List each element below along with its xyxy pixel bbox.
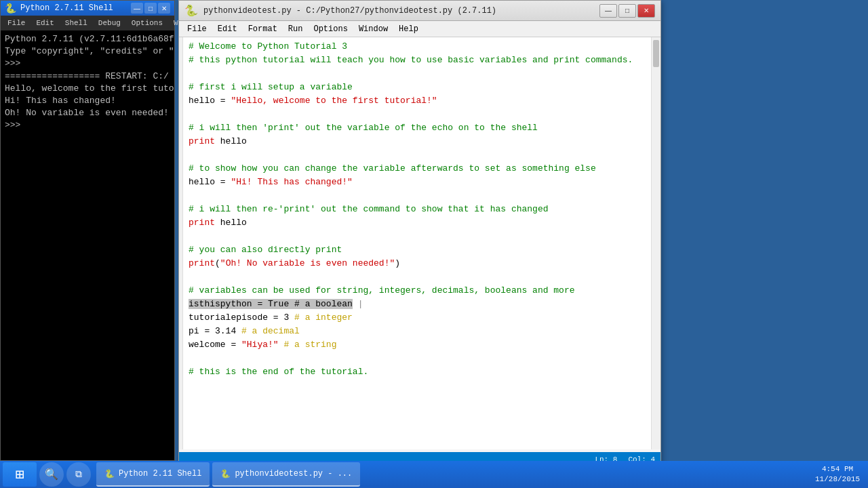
editor-menu-options[interactable]: Options xyxy=(308,23,353,35)
shell-menu-shell[interactable]: Shell xyxy=(61,18,92,28)
code-line-4: # first i will setup a variable xyxy=(189,81,646,94)
code-line-18 xyxy=(189,270,646,284)
code-line-2: # this python tutorial will teach you ho… xyxy=(189,54,646,67)
taskbar: ⊞ 🔍 ⧉ 🐍 Python 2.11 Shell 🐍 pythonvideot… xyxy=(0,461,868,488)
code-line-20: isthispython = True # a boolean | xyxy=(189,298,646,311)
shell-window: 🐍 Python 2.7.11 Shell — □ ✕ File Edit Sh… xyxy=(0,0,175,461)
editor-window-controls: — □ ✕ xyxy=(599,4,655,18)
code-line-24 xyxy=(189,352,646,365)
code-line-8: print hello xyxy=(189,135,646,148)
taskbar-editor-icon: 🐍 xyxy=(220,469,231,479)
clock-time: 4:54 PM xyxy=(815,464,860,474)
editor-icon: 🐍 xyxy=(184,4,198,18)
shell-window-controls: — □ ✕ xyxy=(131,3,170,14)
editor-scrollbar-thumb[interactable] xyxy=(653,40,659,67)
editor-minimize-button[interactable]: — xyxy=(599,4,617,18)
shell-output-line: Python 2.7.11 (v2.7.11:6d1b6a68f775, Dec… xyxy=(5,34,174,44)
editor-menu-window[interactable]: Window xyxy=(353,23,393,35)
shell-output: Hello, welcome to the first tuto xyxy=(5,83,174,94)
editor-menu-run[interactable]: Run xyxy=(283,23,309,35)
shell-icon: 🐍 xyxy=(5,3,16,14)
code-line-25: # this is the end of the tutorial. xyxy=(189,365,646,379)
taskbar-editor-item[interactable]: 🐍 pythonvideotest.py - ... xyxy=(212,462,360,487)
code-line-7: # i will then 'print' out the variable o… xyxy=(189,121,646,135)
code-line-14: print hello xyxy=(189,216,646,230)
shell-titlebar: 🐍 Python 2.7.11 Shell — □ ✕ xyxy=(1,1,174,16)
shell-menubar: File Edit Shell Debug Options Window xyxy=(1,16,174,30)
editor-menu-help[interactable]: Help xyxy=(393,23,424,35)
code-line-5: hello = "Hello, welcome to the first tut… xyxy=(189,94,646,108)
shell-minimize-button[interactable]: — xyxy=(131,3,143,14)
clock-date: 11/28/2015 xyxy=(815,474,860,485)
shell-prompt: >>> xyxy=(5,58,26,68)
shell-menu-file[interactable]: File xyxy=(3,18,29,28)
start-button[interactable]: ⊞ xyxy=(3,462,37,487)
shell-output: Oh! No variable is even needed! xyxy=(5,108,169,118)
editor-menu-edit[interactable]: Edit xyxy=(212,23,243,35)
code-line-10: # to show how you can change the variabl… xyxy=(189,162,646,176)
shell-prompt: >>> xyxy=(5,120,26,130)
code-line-12 xyxy=(189,189,646,203)
editor-menu-format[interactable]: Format xyxy=(243,23,283,35)
code-line-19: # variables can be used for string, inte… xyxy=(189,284,646,298)
code-line-23: welcome = "Hiya!" # a string xyxy=(189,338,646,352)
editor-title: pythonvideotest.py - C:/Python27/pythonv… xyxy=(203,6,594,16)
editor-menubar: File Edit Format Run Options Window Help xyxy=(179,21,660,37)
editor-titlebar: 🐍 pythonvideotest.py - C:/Python27/pytho… xyxy=(179,1,660,21)
shell-restart: ================== RESTART: C:/ xyxy=(5,71,169,81)
shell-menu-edit[interactable]: Edit xyxy=(32,18,58,28)
shell-output-line: Type "copyright", "credits" or "license(… xyxy=(5,46,174,56)
code-line-17: print("Oh! No variable is even needed!") xyxy=(189,257,646,270)
code-line-11: hello = "Hi! This has changed!" xyxy=(189,176,646,189)
shell-title: Python 2.7.11 Shell xyxy=(20,3,127,13)
shell-content[interactable]: Python 2.7.11 (v2.7.11:6d1b6a68f775, Dec… xyxy=(1,30,174,460)
shell-output: Hi! This has changed! xyxy=(5,96,116,106)
editor-maximize-button[interactable]: □ xyxy=(618,4,636,18)
editor-menu-file[interactable]: File xyxy=(182,23,212,35)
editor-window: 🐍 pythonvideotest.py - C:/Python27/pytho… xyxy=(178,0,661,468)
taskbar-shell-icon: 🐍 xyxy=(104,469,115,479)
code-line-6 xyxy=(189,108,646,121)
taskbar-right: 4:54 PM 11/28/2015 xyxy=(815,464,865,485)
code-line-3 xyxy=(189,67,646,81)
search-button[interactable]: 🔍 xyxy=(39,462,64,487)
code-line-22: pi = 3.14 # a decimal xyxy=(189,325,646,338)
code-line-9 xyxy=(189,148,646,162)
taskbar-clock: 4:54 PM 11/28/2015 xyxy=(815,464,860,485)
code-line-15 xyxy=(189,230,646,243)
taskbar-shell-item[interactable]: 🐍 Python 2.11 Shell xyxy=(96,462,210,487)
code-line-16: # you can also directly print xyxy=(189,243,646,257)
shell-menu-options[interactable]: Options xyxy=(127,18,167,28)
editor-code-area[interactable]: # Welcome to Python Tutorial 3 # this py… xyxy=(183,37,651,449)
taskview-button[interactable]: ⧉ xyxy=(66,462,91,487)
shell-close-button[interactable]: ✕ xyxy=(158,3,170,14)
editor-body: # Welcome to Python Tutorial 3 # this py… xyxy=(179,37,660,449)
taskbar-shell-label: Python 2.11 Shell xyxy=(119,469,201,479)
editor-close-button[interactable]: ✕ xyxy=(637,4,655,18)
editor-scrollbar[interactable] xyxy=(651,37,660,449)
shell-maximize-button[interactable]: □ xyxy=(144,3,157,14)
shell-menu-debug[interactable]: Debug xyxy=(94,18,125,28)
code-line-21: tutorialepisode = 3 # a integer xyxy=(189,311,646,325)
code-line-1: # Welcome to Python Tutorial 3 xyxy=(189,40,646,54)
code-line-13: # i will then re-'print' out the command… xyxy=(189,203,646,216)
taskbar-editor-label: pythonvideotest.py - ... xyxy=(235,469,352,479)
